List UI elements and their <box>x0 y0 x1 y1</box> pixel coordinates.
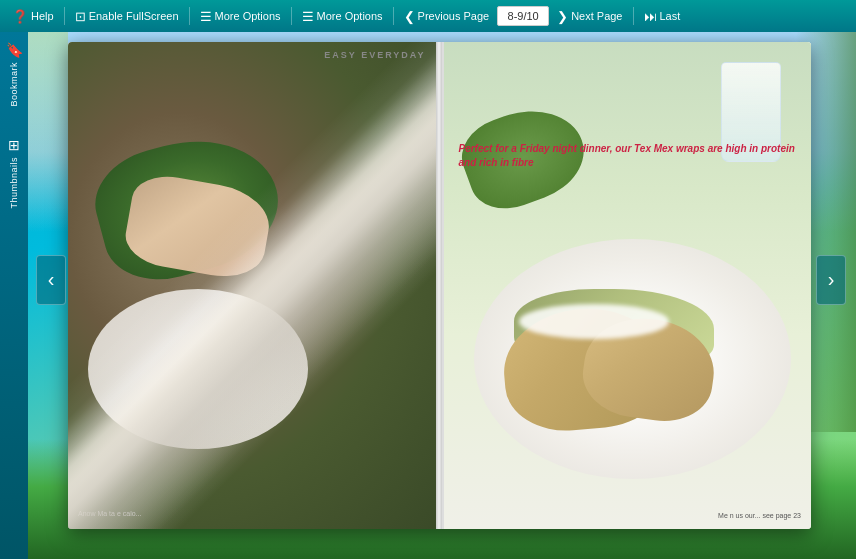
toolbar-divider-1 <box>64 7 65 25</box>
toolbar-divider-5 <box>633 7 634 25</box>
prev-arrow-button[interactable]: ‹ <box>36 255 66 305</box>
sidebar-thumbnails[interactable]: ⊞ Thumbnails <box>8 137 20 209</box>
left-page-food-photo <box>68 42 436 529</box>
right-page: Perfect for a Friday night dinner, our T… <box>442 42 812 529</box>
book-container: EASY EVERYDAY Anow Ma ta e calo... Perfe… <box>68 42 811 529</box>
taco-sour-cream <box>519 304 669 339</box>
more-options-left-button[interactable]: ☰ More Options <box>194 7 287 26</box>
fullscreen-button[interactable]: ⊡ Enable FullScreen <box>69 7 185 26</box>
options-icon-left: ☰ <box>200 9 212 24</box>
right-page-caption: Me n us our... see page 23 <box>718 512 801 519</box>
toolbar-divider-4 <box>393 7 394 25</box>
section-label: EASY EVERYDAY <box>324 50 425 60</box>
right-page-food-photo <box>444 42 812 529</box>
prev-page-button[interactable]: ❮ Previous Page <box>398 7 496 26</box>
next-arrow-icon: › <box>828 268 835 291</box>
last-icon: ⏭ <box>644 9 657 24</box>
help-icon: ❓ <box>12 9 28 24</box>
fullscreen-icon: ⊡ <box>75 9 86 24</box>
page-input[interactable] <box>497 6 549 26</box>
left-page-caption: Anow Ma ta e calo... <box>78 510 141 517</box>
left-page: EASY EVERYDAY Anow Ma ta e calo... <box>68 42 436 529</box>
food-plate <box>88 289 308 449</box>
next-arrow-button[interactable]: › <box>816 255 846 305</box>
thumbnails-icon: ⊞ <box>8 137 20 153</box>
toolbar-divider-3 <box>291 7 292 25</box>
left-bg <box>68 42 436 529</box>
sidebar-bookmark[interactable]: 🔖 Bookmark <box>6 42 23 107</box>
prev-chevron-icon: ❮ <box>404 9 415 24</box>
toolbar-divider-2 <box>189 7 190 25</box>
options-icon-right: ☰ <box>302 9 314 24</box>
next-page-button[interactable]: ❯ Next Page <box>551 7 628 26</box>
page-description: Perfect for a Friday night dinner, our T… <box>459 142 802 170</box>
toolbar: ❓ Help ⊡ Enable FullScreen ☰ More Option… <box>0 0 856 32</box>
bookmark-icon: 🔖 <box>6 42 23 58</box>
next-chevron-icon: ❯ <box>557 9 568 24</box>
help-button[interactable]: ❓ Help <box>6 7 60 26</box>
prev-arrow-icon: ‹ <box>48 268 55 291</box>
bg-plant-left <box>28 32 68 232</box>
last-button[interactable]: ⏭ Last <box>638 7 687 26</box>
more-options-right-button[interactable]: ☰ More Options <box>296 7 389 26</box>
book-spine <box>436 42 442 529</box>
sidebar: 🔖 Bookmark ⊞ Thumbnails <box>0 32 28 559</box>
page-input-wrapper <box>497 6 549 26</box>
